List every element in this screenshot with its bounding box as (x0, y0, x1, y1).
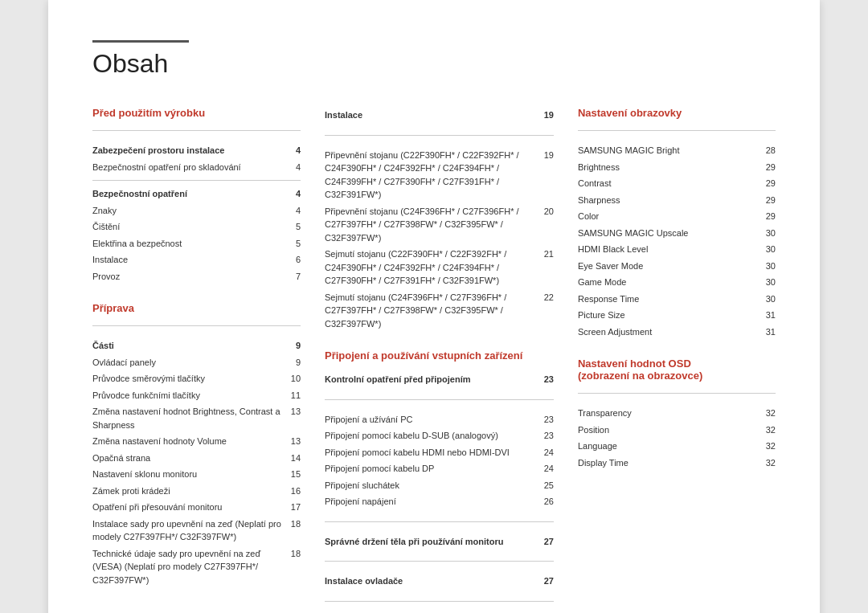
item-label: Brightness (578, 161, 763, 174)
list-item: Zámek proti krádeži 16 (92, 483, 301, 500)
list-item: SAMSUNG MAGIC Upscale 30 (578, 225, 776, 242)
item-label: Znaky (92, 204, 288, 218)
list-item: Language 32 (578, 438, 776, 455)
item-num: 18 (288, 547, 301, 561)
item-label: Zámek proti krádeži (92, 484, 288, 498)
item-num: 24 (541, 462, 554, 476)
item-num: 30 (763, 260, 776, 273)
list-item: Části 9 (92, 337, 301, 354)
item-label: Game Mode (578, 276, 763, 289)
item-num: 11 (288, 389, 301, 403)
item-label: Připojení pomocí kabelu HDMI nebo HDMI-D… (325, 446, 541, 460)
item-label: Průvodce směrovými tlačítky (92, 372, 288, 386)
list-item: Připojení pomocí kabelu HDMI nebo HDMI-D… (325, 444, 554, 461)
item-num: 27 (541, 535, 554, 549)
list-item: Sharpness 29 (578, 192, 776, 209)
item-num: 20 (541, 205, 554, 219)
list-item: Brightness 29 (578, 159, 776, 176)
item-num: 30 (763, 276, 776, 289)
item-num: 30 (763, 292, 776, 306)
list-item: Contrast 29 (578, 175, 776, 192)
item-label: Připojení pomocí kabelu DP (325, 462, 541, 476)
section-title-nastaveni-obrazovky: Nastavení obrazovky (578, 107, 776, 119)
item-num: 4 (288, 204, 301, 218)
item-label: Contrast (578, 177, 763, 190)
list-item: Připojení a užívání PC 23 (325, 411, 554, 428)
item-label: Sejmutí stojanu (C22F390FH* / C22F392FH*… (325, 247, 541, 288)
list-item: Sejmutí stojanu (C22F390FH* / C22F392FH*… (325, 246, 554, 289)
list-item: Kontrolní opatření před připojením 23 (325, 371, 554, 388)
item-num: 29 (763, 161, 776, 174)
list-item: Opačná strana 14 (92, 450, 301, 467)
page-title: Obsah (92, 49, 776, 79)
list-item: Průvodce funkčními tlačítky 11 (92, 387, 301, 404)
item-num: 24 (541, 446, 554, 460)
item-label: SAMSUNG MAGIC Bright (578, 144, 763, 157)
item-label: Připevnění stojanu (C24F396FH* / C27F396… (325, 205, 541, 245)
list-item: Elektřina a bezpečnost 5 (92, 235, 301, 252)
section-pred-pouzitim: Před použitím výrobku Zabezpečení prosto… (92, 107, 301, 284)
item-label: Response Time (578, 292, 763, 306)
item-num: 4 (288, 144, 301, 157)
item-label: Language (578, 439, 763, 453)
item-num: 22 (541, 291, 554, 304)
list-item: Instalace 19 (325, 107, 554, 124)
list-item: Color 29 (578, 208, 776, 225)
toc-list-nastaveni-obrazovky: SAMSUNG MAGIC Bright 28 Brightness 29 Co… (578, 142, 776, 340)
item-label: Instalace sady pro upevnění na zeď (Nepl… (92, 517, 288, 544)
section-priprava: Příprava Části 9 Ovládací panely 9 Průvo… (92, 302, 301, 588)
item-num: 19 (541, 149, 554, 162)
divider-mid-3 (325, 521, 554, 522)
item-num: 19 (541, 108, 554, 122)
item-num: 10 (288, 372, 301, 386)
item-label: Opačná strana (92, 452, 288, 465)
list-item: Bezpečnostní opatření pro skladování 4 (92, 159, 301, 176)
item-label: Instalace (325, 108, 541, 122)
item-num: 18 (288, 517, 301, 531)
item-label: Změna nastavení hodnoty Volume (92, 435, 288, 448)
section-title-pred-pouzitim: Před použitím výrobku (92, 107, 301, 119)
item-num: 25 (541, 479, 554, 492)
item-num: 29 (763, 177, 776, 190)
list-item: Eye Saver Mode 30 (578, 258, 776, 275)
item-label: Elektřina a bezpečnost (92, 237, 288, 251)
list-item: Ovládací panely 9 (92, 354, 301, 371)
title-underline (92, 40, 189, 43)
list-item: Instalace 6 (92, 251, 301, 268)
section-nastaveni-osd: Nastavení hodnot OSD (zobrazení na obraz… (578, 358, 776, 471)
item-num: 13 (288, 435, 301, 448)
item-label: Zabezpečení prostoru instalace (92, 144, 288, 157)
list-item: Připojení sluchátek 25 (325, 477, 554, 494)
item-num: 17 (288, 501, 301, 514)
item-label: Color (578, 210, 763, 223)
item-num: 30 (763, 227, 776, 240)
item-label: Části (92, 339, 288, 353)
list-item: Bezpečnostní opatření 4 (92, 186, 301, 202)
toc-list-pred-pouzitim: Zabezpečení prostoru instalace 4 Bezpečn… (92, 142, 301, 284)
item-num: 32 (763, 439, 776, 453)
list-item: Opatření při přesouvání monitoru 17 (92, 499, 301, 516)
item-num: 31 (763, 325, 776, 339)
item-label: Kontrolní opatření před připojením (325, 373, 541, 386)
section-title-pripojeni: Připojení a používání vstupních zařízení (325, 349, 554, 362)
item-num: 32 (763, 423, 776, 437)
list-item: Změna nastavení hodnoty Volume 13 (92, 433, 301, 450)
item-num: 29 (763, 210, 776, 223)
item-label: Průvodce funkčními tlačítky (92, 389, 288, 403)
item-num: 5 (288, 220, 301, 234)
item-label: Změna nastavení hodnot Brightness, Contr… (92, 405, 288, 431)
item-num: 7 (288, 270, 301, 284)
item-num: 15 (288, 468, 301, 481)
item-label: Bezpečnostní opatření pro skladování (92, 161, 288, 174)
list-item: Nastavení sklonu monitoru 15 (92, 466, 301, 483)
item-num: 13 (288, 405, 301, 419)
list-item: Změna nastavení hodnot Brightness, Contr… (92, 403, 301, 433)
col-middle: Instalace 19 Připevnění stojanu (C22F390… (325, 107, 554, 613)
list-item: Transparency 32 (578, 405, 776, 422)
item-num: 23 (541, 413, 554, 427)
toc-list-priprava: Části 9 Ovládací panely 9 Průvodce směro… (92, 337, 301, 588)
divider-right-1 (578, 130, 776, 131)
item-num: 4 (288, 187, 301, 201)
section-nastaveni-obrazovky: Nastavení obrazovky SAMSUNG MAGIC Bright… (578, 107, 776, 340)
page: Obsah Před použitím výrobku Zabezpečení … (48, 0, 820, 613)
